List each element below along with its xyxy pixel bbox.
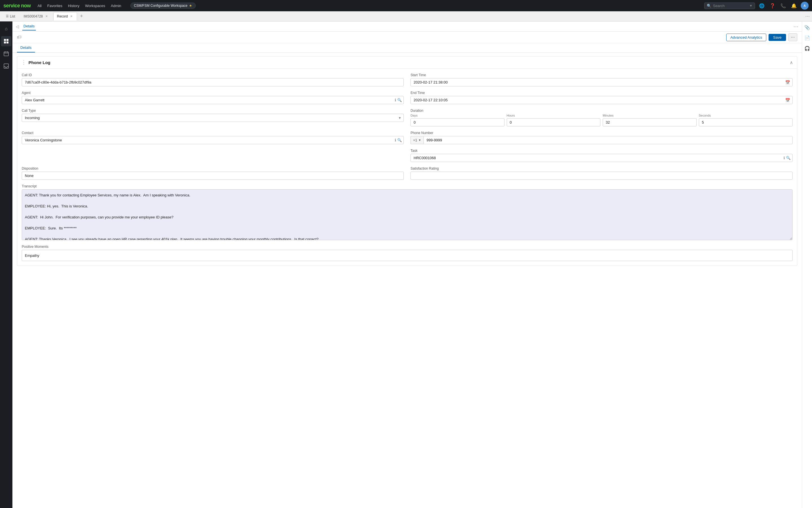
section-collapse-icon[interactable]: ∧	[790, 60, 793, 65]
transcript-textarea[interactable]	[22, 189, 793, 240]
satisfaction-rating-group: Satisfaction Rating	[410, 167, 793, 180]
hours-input[interactable]	[507, 118, 601, 126]
transcript-group: Transcript	[22, 184, 793, 240]
tab-bar: ☰ List IMS0004728 ✕ Record ✕ + ⋯	[0, 11, 812, 22]
task-info-icon[interactable]: ℹ	[783, 156, 785, 160]
nav-workspaces[interactable]: Workspaces	[83, 3, 107, 9]
tab-add-button[interactable]: +	[78, 13, 85, 20]
sub-nav-bar: ◁ Details ⋯	[12, 22, 802, 32]
left-sidebar: ⌂	[0, 22, 12, 508]
minutes-field: Minutes	[603, 114, 696, 126]
agent-input[interactable]	[22, 96, 395, 104]
start-time-label: Start Time	[410, 73, 793, 77]
logo-accent: now	[21, 3, 31, 9]
tab-list-label: List	[10, 14, 15, 18]
tab-record-label: Record	[57, 14, 68, 18]
content-area: ◁ Details ⋯ 🏷 Advanced Analytics Save ⋯ …	[12, 22, 812, 508]
start-time-input[interactable]	[411, 79, 783, 86]
hours-label: Hours	[507, 114, 601, 117]
headset-icon[interactable]: 🎧	[803, 45, 811, 52]
search-input[interactable]	[713, 4, 748, 8]
tab-list[interactable]: ☰ List	[2, 12, 19, 20]
svg-rect-2	[4, 41, 6, 43]
tab-record-close[interactable]: ✕	[70, 14, 73, 18]
nav-all[interactable]: All	[35, 3, 44, 9]
workspace-pill[interactable]: CSM/FSM Configurable Workspace ★	[130, 3, 196, 9]
sidebar-inbox[interactable]	[1, 61, 11, 71]
agent-search-icon[interactable]: 🔍	[397, 98, 402, 102]
phone-country-selector[interactable]: +1 ▼	[410, 136, 423, 144]
phone-log-section: ⋮ Phone Log ∧ Call ID Start Time	[17, 56, 797, 266]
sub-nav-overflow[interactable]: ⋯	[794, 24, 799, 30]
globe-icon[interactable]: 🌐	[758, 2, 766, 10]
nav-admin[interactable]: Admin	[108, 3, 124, 9]
search-box[interactable]: 🔍 ▼	[704, 3, 755, 9]
positive-moments-label: Positive Moments	[22, 245, 793, 249]
sidebar-menu[interactable]	[1, 36, 11, 46]
tab-ims[interactable]: IMS0004728 ✕	[20, 12, 52, 20]
end-time-input[interactable]	[411, 96, 783, 104]
notification-icon[interactable]: 🔔	[790, 2, 798, 10]
nav-history[interactable]: History	[66, 3, 82, 9]
sidebar-calendar[interactable]	[1, 48, 11, 59]
contact-label: Contact	[22, 131, 404, 135]
sidebar-home[interactable]: ⌂	[1, 24, 11, 34]
advanced-analytics-button[interactable]: Advanced Analytics	[726, 34, 767, 41]
minutes-input[interactable]	[603, 118, 696, 126]
seconds-field: Seconds	[699, 114, 793, 126]
contact-field-icons: ℹ 🔍	[395, 138, 403, 142]
call-id-input[interactable]	[22, 78, 404, 86]
agent-info-icon[interactable]: ℹ	[395, 98, 396, 102]
document-icon[interactable]: 📄	[803, 34, 811, 42]
section-header: ⋮ Phone Log ∧	[17, 56, 797, 69]
details-tabs: Details	[12, 43, 802, 53]
disposition-label: Disposition	[22, 167, 404, 170]
end-time-calendar-icon[interactable]: 📅	[783, 98, 792, 102]
tab-ims-close[interactable]: ✕	[45, 14, 49, 18]
disposition-input[interactable]	[22, 172, 404, 180]
satisfaction-rating-label: Satisfaction Rating	[410, 167, 793, 170]
contact-input[interactable]	[22, 136, 395, 144]
contact-info-icon[interactable]: ℹ	[395, 138, 396, 142]
section-options-icon[interactable]: ⋮	[21, 59, 26, 66]
phone-number-group: Phone Number +1 ▼	[410, 131, 793, 144]
phone-number-input[interactable]	[423, 136, 793, 144]
call-type-select[interactable]: Incoming Outgoing	[22, 114, 404, 122]
start-time-calendar-icon[interactable]: 📅	[783, 80, 792, 85]
svg-rect-1	[6, 39, 8, 41]
task-input[interactable]	[411, 154, 783, 162]
days-input[interactable]	[410, 118, 504, 126]
call-id-group: Call ID	[22, 73, 404, 86]
action-bar: 🏷 Advanced Analytics Save ⋯	[12, 32, 802, 43]
top-nav: servicenow All Favorites History Workspa…	[0, 0, 812, 11]
app-logo[interactable]: servicenow	[3, 3, 31, 9]
search-icon: 🔍	[707, 4, 711, 8]
tab-details[interactable]: Details	[17, 43, 35, 52]
satisfaction-rating-input[interactable]	[410, 172, 793, 180]
contact-search-icon[interactable]: 🔍	[397, 138, 402, 142]
duration-row: Days Hours Minutes	[410, 114, 793, 126]
nav-favorites[interactable]: Favorites	[45, 3, 64, 9]
help-icon[interactable]: ❓	[769, 2, 776, 10]
contact-field-wrapper: ℹ 🔍	[22, 136, 404, 144]
more-actions-button[interactable]: ⋯	[788, 33, 797, 41]
svg-rect-3	[6, 41, 8, 43]
tab-record[interactable]: Record ✕	[53, 12, 77, 20]
user-avatar[interactable]: A	[801, 2, 809, 10]
phone-icon[interactable]: 📞	[779, 2, 787, 10]
app-layout: ⌂	[0, 22, 812, 508]
empty-spacer	[22, 149, 404, 162]
workspace-label: CSM/FSM Configurable Workspace	[134, 4, 188, 8]
disposition-group: Disposition	[22, 167, 404, 180]
attachment-icon[interactable]: 📎	[803, 24, 811, 31]
task-search-icon[interactable]: 🔍	[786, 156, 791, 160]
search-dropdown-icon[interactable]: ▼	[749, 4, 753, 7]
positive-moments-input[interactable]	[22, 250, 793, 261]
sub-nav-details[interactable]: Details	[22, 22, 36, 31]
tab-overflow-icon[interactable]: ⋯	[805, 13, 810, 19]
tag-icon[interactable]: 🏷	[17, 35, 21, 40]
tab-ims-label: IMS0004728	[24, 14, 43, 18]
seconds-input[interactable]	[699, 118, 793, 126]
sub-nav-expand-icon[interactable]: ◁	[16, 24, 19, 29]
save-button[interactable]: Save	[769, 34, 786, 41]
